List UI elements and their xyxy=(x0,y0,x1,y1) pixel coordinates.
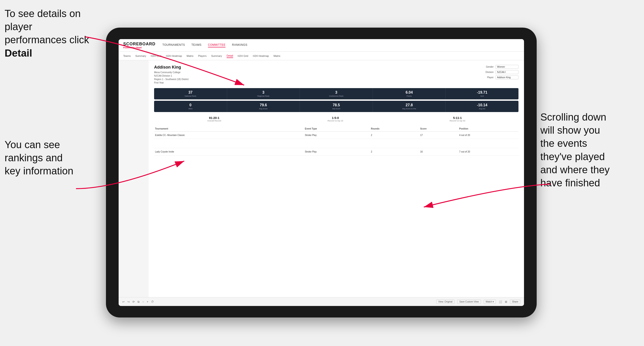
clock-icon: ⏱ xyxy=(151,300,154,304)
stat-value-wins: 0 xyxy=(156,103,226,107)
table-row: Estella CC- Mountain Classic Stroke Play… xyxy=(154,132,518,139)
gender-control: Gender Women xyxy=(482,65,518,69)
stat-value-conference-rank: 3 xyxy=(301,90,371,95)
col-header-score: Score xyxy=(419,126,458,132)
watch-button[interactable]: Watch ▾ xyxy=(484,300,496,304)
gender-label: Gender xyxy=(482,66,494,68)
sub-nav-matrix[interactable]: Matrix xyxy=(186,54,194,58)
sub-nav-h2hheatmap[interactable]: H2H Heatmap xyxy=(166,54,182,58)
col-header-position: Position xyxy=(458,126,519,132)
player-college: Mesa Community College xyxy=(154,71,189,74)
top-nav-links: TOURNAMENTS TEAMS COMMITTEE RANKINGS xyxy=(162,43,247,47)
division-control: Division NJCAA I xyxy=(482,70,518,74)
tablet-screen: SCOREBOARD Powered by clippd TOURNAMENTS… xyxy=(118,39,524,306)
cell-event-type-0: Stroke Play xyxy=(304,132,370,139)
logo-scoreboard: SCOREBOARD xyxy=(123,42,156,46)
logo-area: SCOREBOARD Powered by clippd xyxy=(123,42,156,49)
sub-nav-h2hgrid[interactable]: H2H Grid xyxy=(151,54,161,58)
copy-icon: ⧉ xyxy=(138,300,140,304)
stat-value-national-rank: 37 xyxy=(156,90,226,95)
cell-position-0: 4 out of 20 xyxy=(458,132,519,139)
stat-conference-rank: 3 Conference Rank xyxy=(300,88,373,99)
stat-adj-score: 78.5 Adj Score xyxy=(300,101,373,112)
share-button[interactable]: Share xyxy=(510,300,520,304)
view-original-button[interactable]: View: Original xyxy=(436,300,455,304)
stats-grid-row1: 37 National Rank 3 Regional Rank 3 Confe… xyxy=(154,88,518,99)
nav-link-teams[interactable]: TEAMS xyxy=(192,43,202,47)
record-value-overall: 91-20-1 xyxy=(207,116,221,120)
record-label-overall: Overall Record xyxy=(207,120,221,122)
gender-select[interactable]: Women xyxy=(496,65,518,69)
sub-nav-players[interactable]: Players xyxy=(198,54,206,58)
undo-icon: ↩ xyxy=(122,300,124,304)
sub-nav-matrix2[interactable]: Matrix xyxy=(274,54,280,58)
stat-label-wins: Wins xyxy=(156,108,226,110)
main-content: Addison King Mesa Community College NJCA… xyxy=(148,60,524,297)
annotation-right: Scrolling down will show you the events … xyxy=(540,110,640,189)
stat-label-national-rank: National Rank xyxy=(156,95,226,97)
stat-national-rank: 37 National Rank xyxy=(154,88,227,99)
division-select[interactable]: NJCAA I xyxy=(496,70,518,74)
annotation-top-left: To see details on player performances cl… xyxy=(4,7,92,60)
sub-nav-summary[interactable]: Summary xyxy=(135,54,146,58)
sub-nav-detail[interactable]: Detail xyxy=(227,54,233,58)
nav-link-tournaments[interactable]: TOURNAMENTS xyxy=(162,43,185,47)
table-row xyxy=(154,139,518,148)
logo-powered: Powered by clippd xyxy=(123,46,156,49)
player-division: NJCAA Division 1 xyxy=(154,74,189,78)
stat-label-adj-score: Adj Score xyxy=(301,108,371,110)
record-top25: 1-5-0 Record vs top 25 xyxy=(328,116,343,122)
player-year: First Year xyxy=(154,81,189,84)
record-label-top50: Record vs top 50 xyxy=(450,120,465,122)
stat-label-avg-score: Avg Score xyxy=(228,108,298,110)
player-controls: Gender Women Division NJCAA I xyxy=(482,65,518,79)
stat-points: 6.04 Points xyxy=(373,88,446,99)
sidebar xyxy=(118,60,148,297)
record-label-top25: Record vs top 25 xyxy=(328,120,343,122)
stat-value-avg-sg: -10.14 xyxy=(447,103,517,107)
table-row: Lady Coyote Invite Stroke Play 2 16 7 ou… xyxy=(154,148,518,156)
player-header: Addison King Mesa Community College NJCA… xyxy=(154,65,518,84)
stat-sos: -19.71 SoS xyxy=(446,88,518,99)
stat-value-adj-score: 78.5 xyxy=(301,103,371,107)
nav-link-rankings[interactable]: RANKINGS xyxy=(232,43,247,47)
stat-value-avg-score-par: 27.8 xyxy=(374,103,444,107)
stat-wins: 0 Wins xyxy=(154,101,227,112)
stat-avg-score: 79.6 Avg Score xyxy=(227,101,300,112)
cell-rounds-0: 2 xyxy=(370,132,419,139)
record-value-top50: 5-11-1 xyxy=(450,116,465,120)
stat-avg-score-par: 27.8 Avg Score to Par xyxy=(373,101,446,112)
player-name: Addison King xyxy=(154,65,189,70)
screen-icon: ⬜ xyxy=(499,300,502,304)
sub-nav-h2hgrid2[interactable]: H2H Grid xyxy=(238,54,248,58)
stat-label-points: Points xyxy=(374,95,444,97)
player-info: Addison King Mesa Community College NJCA… xyxy=(154,65,189,84)
minus-icon: − xyxy=(142,300,144,304)
stat-regional-rank: 3 Regional Rank xyxy=(227,88,300,99)
record-value-top25: 1-5-0 xyxy=(328,116,343,120)
player-label: Player xyxy=(482,76,494,79)
cell-tournament-1: Lady Coyote Invite xyxy=(154,148,304,156)
player-select[interactable]: Addison King xyxy=(496,75,518,79)
stat-value-sos: -19.71 xyxy=(447,90,517,95)
records-row: 91-20-1 Overall Record 1-5-0 Record vs t… xyxy=(154,114,518,124)
stat-label-avg-score-par: Avg Score to Par xyxy=(374,108,444,110)
redo-icon: ↪ xyxy=(127,300,130,304)
content-area: Addison King Mesa Community College NJCA… xyxy=(118,60,524,297)
save-custom-view-button[interactable]: Save Custom View xyxy=(457,300,481,304)
plus-icon: + xyxy=(147,300,148,304)
nav-link-committee[interactable]: COMMITTEE xyxy=(208,43,226,47)
stat-value-points: 6.04 xyxy=(374,90,444,95)
grid-icon: ⊞ xyxy=(505,300,507,304)
col-header-rounds: Rounds xyxy=(370,126,419,132)
cell-tournament-0: Estella CC- Mountain Classic xyxy=(154,132,304,139)
sub-nav-summary2[interactable]: Summary xyxy=(211,54,222,58)
bottom-toolbar: ↩ ↪ ⟳ ⧉ − + ⏱ View: Original Save Custom… xyxy=(118,297,524,306)
stat-label-avg-sg: Avg SG xyxy=(447,108,517,110)
division-label: Division xyxy=(482,71,494,73)
sub-nav-teams[interactable]: Teams xyxy=(123,54,130,58)
col-header-tournament: Tournament xyxy=(154,126,304,132)
sub-nav-h2hheatmap2[interactable]: H2H Heatmap xyxy=(253,54,269,58)
record-top50: 5-11-1 Record vs top 50 xyxy=(450,116,465,122)
stat-avg-sg: -10.14 Avg SG xyxy=(446,101,518,112)
